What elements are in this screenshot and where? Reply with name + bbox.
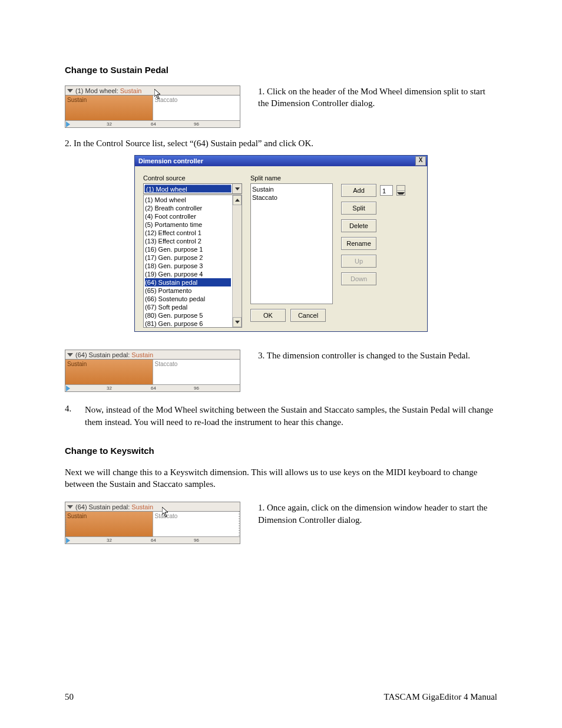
chevron-down-icon: [397, 192, 405, 195]
step-1-text: 1. Click on the header of the Mod Wheel …: [258, 85, 497, 110]
close-button[interactable]: X: [415, 156, 426, 166]
cancel-button[interactable]: Cancel: [290, 309, 326, 322]
dimension-header[interactable]: (1) Mod wheel: Sustain: [65, 86, 240, 95]
split-sustain[interactable]: Sustain: [65, 360, 153, 384]
list-item[interactable]: (67) Soft pedal: [145, 303, 231, 311]
combo-selected-value: (1) Mod wheel: [144, 185, 232, 193]
heading-change-to-sustain: Change to Sustain Pedal: [65, 65, 497, 75]
dimension-header-label: (64) Sustain pedal:: [75, 503, 130, 510]
step-4-number: 4.: [65, 404, 85, 428]
dialog-title: Dimension controller: [138, 156, 203, 166]
scroll-down-button[interactable]: [233, 317, 242, 327]
split-staccato[interactable]: Staccato: [153, 360, 240, 384]
spin-down-button[interactable]: [397, 191, 405, 196]
step-4-text: Now, instead of the Mod Wheel switching …: [85, 404, 497, 428]
dimension-header[interactable]: (64) Sustain pedal: Sustain: [65, 350, 240, 360]
triangle-down-icon: [67, 89, 73, 93]
control-source-combo[interactable]: (1) Mod wheel: [143, 183, 242, 194]
rename-button[interactable]: Rename: [341, 237, 376, 250]
control-source-listbox[interactable]: (1) Mod wheel (2) Breath controller (4) …: [143, 195, 242, 328]
split-name-label: Split name: [250, 174, 334, 182]
chevron-up-icon: [235, 199, 240, 202]
list-item[interactable]: (80) Gen. purpose 5: [145, 311, 231, 319]
list-item[interactable]: (65) Portamento: [145, 286, 231, 295]
split-button[interactable]: Split: [341, 202, 376, 215]
footer-title: TASCAM GigaEditor 4 Manual: [384, 692, 497, 702]
chevron-down-icon: [235, 187, 240, 190]
dimension-header[interactable]: (64) Sustain pedal: Sustain: [65, 502, 240, 512]
chevron-down-icon: [235, 321, 240, 324]
add-count-spinner[interactable]: [396, 185, 405, 196]
dimension-controller-dialog: Dimension controller X Control source (1…: [134, 155, 428, 332]
play-arrow-icon: [66, 121, 70, 127]
dimension-scale: 32 64 96: [65, 536, 240, 543]
up-button[interactable]: Up: [341, 255, 376, 268]
dialog-titlebar[interactable]: Dimension controller X: [135, 156, 427, 166]
list-item[interactable]: (1) Mod wheel: [145, 196, 231, 204]
dimension-scale: 32 64 96: [65, 120, 240, 127]
heading-change-to-keyswitch: Change to Keyswitch: [65, 446, 497, 456]
split-staccato[interactable]: Staccato: [153, 512, 240, 536]
dimension-header-suffix: Sustain: [131, 351, 153, 358]
list-item[interactable]: (17) Gen. purpose 2: [145, 253, 231, 262]
dimension-header-label: (1) Mod wheel:: [75, 87, 118, 94]
play-arrow-icon: [66, 386, 70, 391]
list-item[interactable]: (18) Gen. purpose 3: [145, 262, 231, 270]
page-number: 50: [65, 692, 74, 702]
dimension-header-label: (64) Sustain pedal:: [75, 351, 130, 358]
scroll-track[interactable]: [233, 205, 242, 317]
step-4: 4. Now, instead of the Mod Wheel switchi…: [65, 404, 497, 428]
scroll-up-button[interactable]: [233, 195, 242, 205]
dimension-header-suffix: Sustain: [131, 503, 153, 510]
list-item[interactable]: Staccato: [252, 193, 331, 202]
dimension-header-suffix: Sustain: [120, 87, 142, 94]
list-item[interactable]: (16) Gen. purpose 1: [145, 245, 231, 253]
triangle-down-icon: [67, 353, 73, 357]
list-item[interactable]: (4) Foot controller: [145, 212, 231, 220]
list-item[interactable]: Sustain: [252, 185, 331, 193]
dimension-strip-modwheel[interactable]: (1) Mod wheel: Sustain Sustain Staccato …: [65, 85, 240, 128]
keyswitch-step-1-text: 1. Once again, click on the dimension wi…: [258, 502, 497, 526]
ok-button[interactable]: OK: [250, 309, 286, 322]
list-item-selected[interactable]: (64) Sustain pedal: [145, 278, 231, 286]
play-arrow-icon: [66, 538, 70, 543]
delete-button[interactable]: Delete: [341, 219, 376, 232]
list-item[interactable]: (5) Portamento time: [145, 220, 231, 229]
dimension-scale: 32 64 96: [65, 384, 240, 391]
list-item[interactable]: (2) Breath controller: [145, 204, 231, 212]
control-source-label: Control source: [143, 174, 243, 182]
list-item[interactable]: (13) Effect control 2: [145, 237, 231, 245]
dimension-strip-sustain2[interactable]: (64) Sustain pedal: Sustain Sustain Stac…: [65, 502, 240, 544]
list-item[interactable]: (81) Gen. purpose 6: [145, 319, 231, 328]
spin-up-button[interactable]: [397, 186, 405, 191]
list-item[interactable]: (66) Sostenuto pedal: [145, 295, 231, 303]
keyswitch-intro: Next we will change this to a Keyswitch …: [65, 466, 497, 490]
split-name-listbox[interactable]: Sustain Staccato: [250, 183, 333, 304]
step-2-text: 2. In the Control Source list, select “(…: [65, 137, 497, 149]
add-count-field[interactable]: 1: [380, 185, 393, 196]
dimension-strip-sustain[interactable]: (64) Sustain pedal: Sustain Sustain Stac…: [65, 350, 240, 392]
down-button[interactable]: Down: [341, 272, 376, 285]
scrollbar[interactable]: [232, 195, 242, 327]
list-item[interactable]: (19) Gen. purpose 4: [145, 270, 231, 278]
step-3-text: 3. The dimension controller is changed t…: [258, 350, 497, 361]
combo-drop-button[interactable]: [232, 184, 242, 193]
split-sustain[interactable]: Sustain: [65, 512, 153, 536]
triangle-down-icon: [67, 505, 73, 509]
list-item[interactable]: (12) Effect control 1: [145, 229, 231, 237]
split-staccato[interactable]: Staccato: [153, 95, 240, 120]
add-button[interactable]: Add: [341, 184, 376, 197]
split-sustain[interactable]: Sustain: [65, 95, 153, 120]
